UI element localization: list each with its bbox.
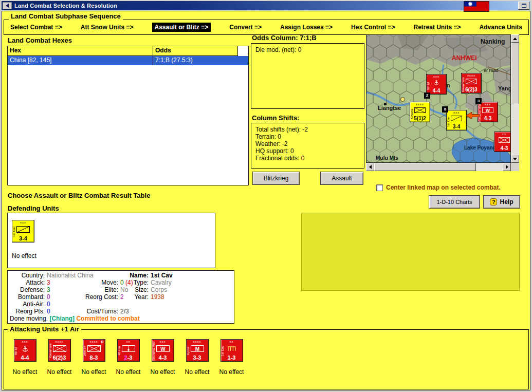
- sequence-step-convert: Convert =>: [229, 24, 262, 31]
- attacking-unit[interactable]: 8th M xxx 4-4 No effect: [8, 339, 42, 376]
- attacking-unit[interactable]: Shanghai War xxx W 4-3 No effect: [145, 339, 180, 376]
- map-unit-infantry[interactable]: Kawamura xxxx 6(2)3: [461, 73, 482, 94]
- status-hq: [Chiang]: [49, 315, 75, 322]
- type-value: Cavalry: [151, 279, 172, 286]
- unit-counter[interactable]: 1st Eng xx 1-3: [221, 339, 243, 362]
- map-view[interactable]: Nanking ANHWEI er road Yangt Wuhan Liang…: [366, 34, 511, 163]
- choose-crt-label: Choose Assault or Blitz Combat Result Ta…: [8, 192, 150, 199]
- shift-hq-support: HQ support: 0: [255, 147, 360, 155]
- map-label-liangtse: Liangtse: [378, 105, 401, 111]
- svg-text:W: W: [160, 346, 166, 352]
- hexes-title: Land Combat Hexes: [8, 36, 72, 44]
- map-label-nanking: Nanking: [481, 38, 505, 45]
- scroll-right-button[interactable]: [503, 163, 511, 171]
- horizontal-scroll-thumb[interactable]: [374, 163, 476, 171]
- attacking-unit[interactable]: Kyoto xxxx M 3-3 No effect: [180, 339, 214, 376]
- size-value: Corps: [151, 286, 167, 293]
- sequence-step-retreat-units: Retreat Units =>: [414, 24, 461, 31]
- attacking-unit[interactable]: 1st Eng xx 1-3 No effect: [214, 339, 249, 376]
- help-button[interactable]: ? Help: [483, 195, 520, 209]
- unit-counter[interactable]: Kawamura xxxx 6(2)3: [48, 339, 71, 362]
- center-map-checkbox[interactable]: [376, 184, 383, 191]
- bombard-value: 0: [47, 293, 50, 301]
- unit-status: No effect: [47, 368, 72, 376]
- cost-turns-label: Cost/Turns:: [59, 308, 118, 315]
- hex-cell: China [82, 145]: [8, 56, 153, 65]
- unit-size: xxx: [12, 220, 34, 225]
- scroll-up-icon: [513, 38, 517, 40]
- stack-badge: 3: [475, 98, 482, 104]
- defense-value: 3: [47, 286, 50, 293]
- odds-cell: 7:1;B (27.5:3): [153, 56, 238, 65]
- scroll-down-button[interactable]: [511, 155, 519, 163]
- map-unit-1st-cav[interactable]: 1st Cav xxx 3-4: [446, 110, 467, 130]
- year-value: 1938: [151, 293, 164, 301]
- stack-badge: 8: [442, 106, 448, 113]
- scroll-left-button[interactable]: [366, 163, 374, 171]
- map-vertical-scrollbar: [511, 34, 519, 163]
- map-label-mufu-mts: Mufu Mts: [376, 155, 398, 161]
- map-unit-warlord[interactable]: Shanghai War xxx W 4-3: [478, 102, 498, 122]
- unit-value: 8-3: [83, 354, 105, 361]
- map-unit-edge[interactable]: xx 4-3: [494, 132, 511, 152]
- back-arrow-icon[interactable]: [3, 2, 12, 9]
- unit-size: xxx: [447, 110, 466, 115]
- unit-value: 3-4: [447, 124, 466, 130]
- marine-anchor-symbol-icon: [431, 80, 442, 85]
- defending-unit-counter[interactable]: 1st Cav xxx 3-4: [12, 220, 34, 242]
- scroll-left-icon: [369, 165, 372, 169]
- militia-w-symbol-icon: W: [482, 107, 493, 113]
- aa-gun-symbol-icon: [122, 345, 135, 352]
- map-terrain: [366, 35, 511, 163]
- unit-status: No effect: [219, 368, 244, 376]
- map-label-anhwei: ANHWEI: [452, 54, 477, 62]
- window-control-button[interactable]: [518, 2, 529, 10]
- titlebar[interactable]: Land Combat Selection & Resolution: [2, 1, 530, 10]
- shift-fractional-odds: Fractional odds: 0: [255, 155, 360, 162]
- attacking-unit[interactable]: 25th Inf xxxx R 8-3 No effect: [77, 339, 111, 376]
- move-label: Move:: [59, 279, 118, 286]
- svg-text:W: W: [486, 108, 490, 113]
- unit-counter[interactable]: Shanghai War xxx W 4-3: [152, 339, 174, 362]
- blitzkrieg-button[interactable]: Blitzkrieg: [252, 172, 300, 185]
- table-row[interactable]: China [82, 145] 7:1;B (27.5:3): [8, 56, 248, 65]
- defense-label: Defense:: [8, 286, 45, 293]
- map-unit-chiang-hq[interactable]: Chiang xxxx 5(1)2: [410, 102, 430, 122]
- infantry-symbol-icon: [499, 137, 510, 143]
- scroll-up-button[interactable]: [511, 34, 519, 43]
- charts-button[interactable]: 1-D-10 Charts: [429, 195, 480, 209]
- infantry-symbol-icon: [414, 107, 426, 113]
- unit-counter[interactable]: Kyoto xxxx M 3-3: [186, 339, 209, 362]
- infantry-symbol-icon: [53, 345, 66, 352]
- info-row: Attack: 3 Move: 0 (4) Type: Cavalry: [8, 279, 234, 286]
- linked-map[interactable]: Nanking ANHWEI er road Yangt Wuhan Liang…: [366, 34, 519, 171]
- die-mod-text: Die mod. (net): 0: [255, 46, 360, 53]
- unit-value: 5(1)2: [410, 116, 430, 122]
- unit-counter[interactable]: 25th Inf xxxx R 8-3: [83, 339, 105, 362]
- shifts-panel-title: Column Shifts:: [252, 114, 299, 122]
- attack-value: 3: [47, 279, 50, 286]
- unit-value: 6(2)3: [49, 354, 70, 361]
- unit-size: xx: [118, 340, 139, 344]
- name-label: Name:: [113, 272, 149, 279]
- unit-status: No effect: [151, 368, 175, 376]
- attacking-unit[interactable]: 40 mm xx 2-3 No effect: [111, 339, 145, 376]
- attacking-unit[interactable]: Kawamura xxxx 6(2)3 No effect: [42, 339, 77, 376]
- info-row: Anti-Air: 0: [8, 301, 234, 308]
- militia-w-symbol-icon: W: [156, 345, 170, 352]
- shift-terrain: Terrain: 0: [255, 133, 360, 140]
- size-label: Size:: [113, 286, 149, 293]
- type-label: Type:: [113, 279, 149, 286]
- assault-button[interactable]: Assault: [320, 172, 363, 185]
- year-label: Year:: [113, 293, 149, 301]
- shifts-panel: Total shifts (net): -2 Terrain: 0 Weathe…: [251, 123, 364, 169]
- window-title: Land Combat Selection & Resolution: [14, 3, 117, 9]
- unit-size: xx: [221, 340, 243, 344]
- vertical-scroll-thumb[interactable]: [511, 43, 519, 103]
- anti-air-value: 0: [47, 301, 50, 308]
- combat-hexes-table: Hex Odds China [82, 145] 7:1;B (27.5:3): [7, 46, 249, 185]
- unit-counter[interactable]: 8th M xxx 4-4: [14, 339, 36, 362]
- status-committed: Committed to combat: [76, 315, 139, 322]
- map-unit-marine[interactable]: 8th M xxx 4-4: [426, 74, 447, 95]
- unit-counter[interactable]: 40 mm xx 2-3: [117, 339, 140, 362]
